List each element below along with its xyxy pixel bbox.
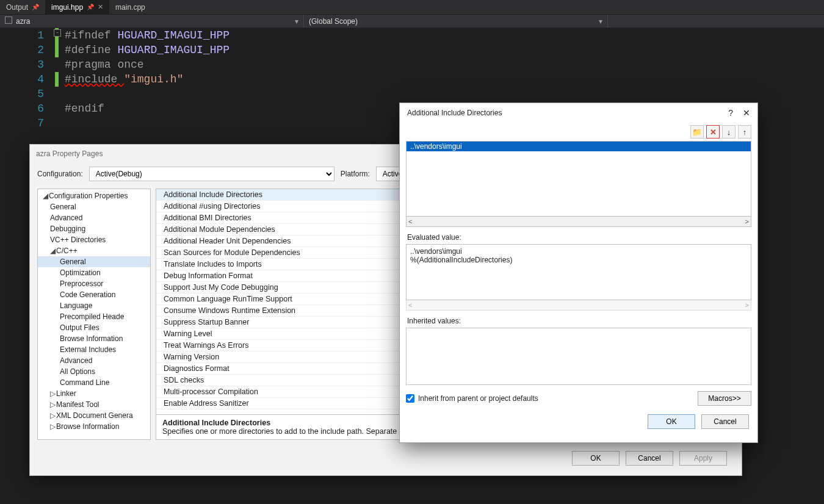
- line-number: 7: [0, 116, 44, 131]
- close-icon[interactable]: ✕: [98, 3, 103, 11]
- new-folder-icon[interactable]: 📁: [690, 125, 704, 139]
- pin-icon[interactable]: 📌: [87, 4, 94, 10]
- inherit-text: Inherit from parent or project defaults: [418, 394, 538, 403]
- evaluated-line: ..\vendors\imgui: [410, 247, 747, 256]
- pin-icon[interactable]: 📌: [32, 4, 39, 10]
- line-number: 1: [0, 28, 44, 43]
- cancel-button[interactable]: Cancel: [626, 451, 673, 466]
- ok-button[interactable]: OK: [648, 414, 695, 429]
- include-directories-dialog: Additional Include Directories ? ✕ 📁 ✕ ↓…: [399, 103, 758, 443]
- evaluated-value-box: ..\vendors\imgui %(AdditionalIncludeDire…: [406, 244, 751, 300]
- tab-imgui-hpp[interactable]: imgui.hpp 📌 ✕: [45, 0, 109, 14]
- inherit-checkbox[interactable]: [406, 394, 414, 403]
- tree-item[interactable]: General: [38, 201, 150, 212]
- code-token: #define: [65, 44, 117, 56]
- code-token: "imgui.h": [124, 73, 183, 85]
- tree-item[interactable]: Precompiled Heade: [38, 311, 150, 322]
- navigation-bar: azra ▾ (Global Scope) ▾: [0, 15, 824, 28]
- close-icon[interactable]: ✕: [743, 108, 750, 118]
- cancel-button[interactable]: Cancel: [701, 414, 749, 429]
- tree-cpp[interactable]: ◢C/C++: [38, 245, 150, 256]
- tree-item[interactable]: ▷Browse Information: [38, 421, 150, 432]
- code-token: #pragma: [65, 59, 117, 71]
- directories-listbox[interactable]: ..\vendors\imgui: [406, 141, 751, 217]
- dialog-title: Additional Include Directories: [407, 109, 502, 117]
- project-name: azra: [16, 17, 30, 26]
- scope-label: (Global Scope): [309, 17, 358, 26]
- code-token: once: [117, 59, 143, 71]
- line-number: 5: [0, 87, 44, 101]
- line-number: 3: [0, 57, 44, 72]
- tree-item[interactable]: Output Files: [38, 322, 150, 333]
- inherited-label: Inherited values:: [407, 317, 750, 325]
- line-number: 4: [0, 72, 44, 87]
- macros-button[interactable]: Macros>>: [698, 391, 751, 406]
- ok-button[interactable]: OK: [572, 451, 620, 466]
- include-dialog-footer: OK Cancel: [400, 406, 757, 437]
- tree-root[interactable]: ◢Configuration Properties: [38, 190, 150, 201]
- evaluated-label: Evaluated value:: [407, 233, 750, 242]
- project-icon: [5, 16, 12, 24]
- tree-item[interactable]: Advanced: [38, 355, 150, 366]
- code-token: HGUARD_IMAGUI_HPP: [117, 44, 229, 56]
- delete-icon[interactable]: ✕: [706, 125, 720, 139]
- tab-main-cpp[interactable]: main.cpp: [109, 0, 151, 14]
- directory-entry[interactable]: ..\vendors\imgui: [407, 142, 751, 151]
- move-up-icon[interactable]: ↑: [738, 125, 751, 139]
- tree-item[interactable]: ▷Linker: [38, 388, 150, 399]
- tab-output[interactable]: Output 📌: [0, 0, 45, 14]
- list-toolbar: 📁 ✕ ↓ ↑: [400, 123, 757, 141]
- tree-item[interactable]: Optimization: [38, 267, 150, 278]
- tree-item[interactable]: Debugging: [38, 223, 150, 234]
- chevron-down-icon: ▾: [599, 17, 602, 26]
- tree-item[interactable]: Command Line: [38, 377, 150, 388]
- tree-item[interactable]: VC++ Directories: [38, 234, 150, 245]
- tab-label: imgui.hpp: [51, 3, 83, 12]
- line-number: 2: [0, 43, 44, 57]
- tree-item[interactable]: Code Generation: [38, 289, 150, 300]
- tree-item[interactable]: Advanced: [38, 212, 150, 223]
- configuration-label: Configuration:: [37, 170, 83, 178]
- inherit-checkbox-label[interactable]: Inherit from parent or project defaults: [406, 394, 538, 403]
- scroll-left-icon[interactable]: <: [408, 218, 412, 225]
- horizontal-scrollbar[interactable]: < >: [406, 217, 751, 227]
- code-token: #include: [65, 73, 124, 85]
- platform-label: Platform:: [341, 170, 370, 178]
- inherited-values-box: [406, 328, 751, 385]
- tree-item[interactable]: Language: [38, 300, 150, 311]
- document-tabstrip: Output 📌 imgui.hpp 📌 ✕ main.cpp: [0, 0, 824, 15]
- code-token: HGUARD_IMAGUI_HPP: [117, 29, 229, 41]
- help-icon[interactable]: ?: [728, 108, 733, 118]
- line-number-gutter: 1 2 3 4 5 6 7: [0, 28, 55, 150]
- tree-item[interactable]: External Includes: [38, 344, 150, 355]
- chevron-down-icon: ▾: [295, 17, 298, 26]
- property-tree[interactable]: ◢Configuration Properties General Advanc…: [37, 189, 151, 440]
- horizontal-scrollbar: < >: [406, 300, 751, 311]
- move-down-icon[interactable]: ↓: [722, 125, 735, 139]
- configuration-select[interactable]: Active(Debug): [89, 167, 334, 181]
- apply-button[interactable]: Apply: [679, 451, 727, 466]
- property-dialog-footer: OK Cancel Apply: [30, 445, 742, 475]
- scroll-right-icon[interactable]: >: [745, 218, 749, 225]
- tree-item-general[interactable]: General: [38, 256, 150, 267]
- tab-label: Output: [6, 3, 28, 12]
- code-token: #endif: [65, 103, 104, 115]
- tree-item[interactable]: All Options: [38, 366, 150, 377]
- tree-item[interactable]: Preprocessor: [38, 278, 150, 289]
- code-token: #ifndef: [65, 29, 117, 41]
- change-markers: [55, 28, 62, 150]
- tree-item[interactable]: ▷XML Document Genera: [38, 410, 150, 421]
- tree-item[interactable]: Browse Information: [38, 333, 150, 344]
- tab-label: main.cpp: [115, 3, 145, 12]
- project-scope-dropdown[interactable]: azra ▾: [0, 15, 304, 27]
- tree-item[interactable]: ▷Manifest Tool: [38, 399, 150, 410]
- line-number: 6: [0, 101, 44, 116]
- evaluated-line: %(AdditionalIncludeDirectories): [410, 256, 747, 264]
- scope-dropdown[interactable]: (Global Scope) ▾: [304, 15, 608, 27]
